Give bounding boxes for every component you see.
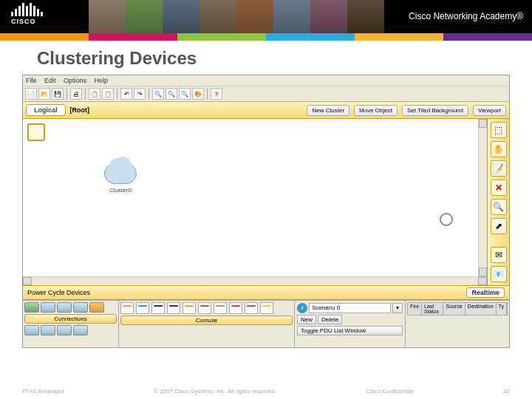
pdu-list-panel: Fire Last Status Source Destination Ty (406, 301, 509, 347)
packet-tracer-window: File Edit Options Help 📄 📂 💾 🖨 📋 📋 ↶ ↷ 🔍… (22, 75, 510, 348)
menu-file[interactable]: File (26, 77, 37, 84)
coax-cable-icon[interactable] (214, 302, 227, 314)
wireless-category-icon[interactable] (73, 302, 88, 313)
realtime-clock-icon[interactable] (440, 213, 453, 226)
color-strip (0, 33, 532, 41)
open-file-icon[interactable]: 📂 (38, 88, 50, 100)
footer-left: PT41 Advanced (22, 388, 64, 395)
separator (117, 88, 117, 100)
zoom-reset-icon[interactable]: 🔍 (166, 88, 177, 100)
note-tool-icon[interactable]: 📝 (491, 160, 507, 177)
zoom-in-icon[interactable]: 🔍 (152, 88, 164, 100)
horizontal-scrollbar[interactable] (23, 276, 487, 285)
routers-category-icon[interactable] (24, 302, 39, 313)
console-cable-icon[interactable] (136, 302, 149, 314)
print-icon[interactable]: 🖨 (70, 88, 82, 100)
move-object-button[interactable]: Move Object (354, 105, 398, 116)
separator (66, 88, 67, 100)
footer-right: Cisco Confidential (366, 388, 413, 395)
undo-icon[interactable]: ↶ (120, 88, 132, 100)
pdu-col-destination[interactable]: Destination (466, 303, 497, 315)
scroll-left-icon[interactable] (23, 277, 32, 285)
workspace-canvas[interactable]: Cluster0 (23, 119, 478, 276)
slide-footer: PT41 Advanced © 2007 Cisco Systems, Inc.… (0, 388, 532, 395)
switches-category-icon[interactable] (41, 302, 55, 313)
copy-icon[interactable]: 📋 (89, 88, 100, 100)
separator (149, 88, 149, 100)
hubs-category-icon[interactable] (57, 302, 72, 313)
pdu-col-source[interactable]: Source (443, 303, 465, 315)
pdu-col-type[interactable]: Ty (497, 303, 507, 315)
scenario-field[interactable]: Scenario 0 (309, 303, 391, 313)
cisco-text: CISCO (11, 18, 43, 25)
cisco-logo: CISCO (11, 3, 43, 25)
menu-options[interactable]: Options (64, 77, 86, 84)
new-file-icon[interactable]: 📄 (25, 88, 37, 100)
auto-cable-icon[interactable] (120, 302, 134, 314)
complex-pdu-icon[interactable]: 📧 (491, 266, 507, 282)
device-type-panel: Connections (23, 301, 119, 347)
main-toolbar: 📄 📂 💾 🖨 📋 📋 ↶ ↷ 🔍 🔍 🔍 🎨 ? (23, 86, 509, 102)
scenario-panel: i Scenario 0 ▾ New Delete Toggle PDU Lis… (295, 301, 406, 347)
multiuser-category-icon[interactable] (73, 325, 88, 335)
serial-dte-cable-icon[interactable] (245, 302, 258, 314)
move-tool-icon[interactable]: ✋ (491, 141, 507, 157)
academy-label: Cisco Networking Academy® (409, 11, 523, 21)
crossover-cable-icon[interactable] (167, 302, 180, 314)
octal-cable-icon[interactable] (260, 302, 273, 314)
save-icon[interactable]: 💾 (52, 88, 64, 100)
phone-cable-icon[interactable] (198, 302, 211, 314)
footer-page: 10 (503, 388, 510, 395)
pdu-col-fire[interactable]: Fire (408, 303, 422, 315)
navigation-icon[interactable] (27, 123, 45, 141)
cisco-bars-icon (11, 3, 43, 16)
delete-tool-icon[interactable]: ✕ (491, 180, 507, 196)
realtime-tab[interactable]: Realtime (466, 287, 505, 298)
separator (85, 88, 86, 100)
viewport-button[interactable]: Viewport (473, 105, 506, 116)
toggle-pdu-button[interactable]: Toggle PDU List Window (297, 326, 403, 335)
menu-edit[interactable]: Edit (44, 77, 56, 84)
end-devices-category-icon[interactable] (24, 325, 39, 335)
vertical-scrollbar[interactable] (478, 119, 487, 276)
paste-icon[interactable]: 📋 (102, 88, 114, 100)
inspect-tool-icon[interactable]: 🔍 (491, 199, 507, 215)
serial-dce-cable-icon[interactable] (229, 302, 242, 314)
new-scenario-button[interactable]: New (297, 315, 316, 324)
pdu-col-last-status[interactable]: Last Status (422, 303, 443, 315)
cisco-banner: CISCO Cisco Networking Academy® (0, 0, 532, 33)
custom-category-icon[interactable] (57, 325, 72, 335)
redo-icon[interactable]: ↷ (134, 88, 146, 100)
footer-center: © 2007 Cisco Systems, Inc. All rights re… (154, 388, 276, 395)
scroll-up-icon[interactable] (479, 119, 487, 128)
cluster0-device[interactable]: Cluster0 (104, 163, 137, 194)
menubar: File Edit Options Help (23, 75, 509, 86)
menu-help[interactable]: Help (95, 77, 109, 84)
delete-scenario-button[interactable]: Delete (318, 315, 342, 324)
select-tool-icon[interactable]: ⬚ (491, 122, 507, 138)
set-background-button[interactable]: Set Tiled Background (402, 105, 468, 116)
root-breadcrumb[interactable]: [Root] (70, 106, 90, 114)
separator (207, 88, 208, 100)
help-icon[interactable]: ? (211, 88, 222, 100)
canvas-wrap: Cluster0 (23, 119, 487, 285)
new-cluster-button[interactable]: New Cluster (307, 105, 349, 116)
banner-photos (89, 0, 384, 33)
console-label: Console (120, 316, 293, 325)
logical-tab[interactable]: Logical (26, 104, 66, 116)
power-cycle-bar: Power Cycle Devices Realtime (23, 285, 509, 300)
straight-cable-icon[interactable] (151, 302, 165, 314)
cable-panel: Console (119, 301, 295, 347)
wan-category-icon[interactable] (41, 325, 55, 335)
power-cycle-label[interactable]: Power Cycle Devices (27, 289, 90, 296)
palette-icon[interactable]: 🎨 (192, 88, 204, 100)
zoom-out-icon[interactable]: 🔍 (179, 88, 191, 100)
simple-pdu-icon[interactable]: ✉ (491, 247, 507, 263)
info-icon[interactable]: i (297, 303, 307, 313)
connections-category-icon[interactable] (89, 302, 104, 313)
fiber-cable-icon[interactable] (183, 302, 196, 314)
scroll-right-icon[interactable] (478, 277, 487, 285)
scenario-dropdown-icon[interactable]: ▾ (392, 303, 403, 313)
resize-tool-icon[interactable]: ⬈ (491, 218, 507, 234)
scroll-down-icon[interactable] (479, 267, 487, 276)
